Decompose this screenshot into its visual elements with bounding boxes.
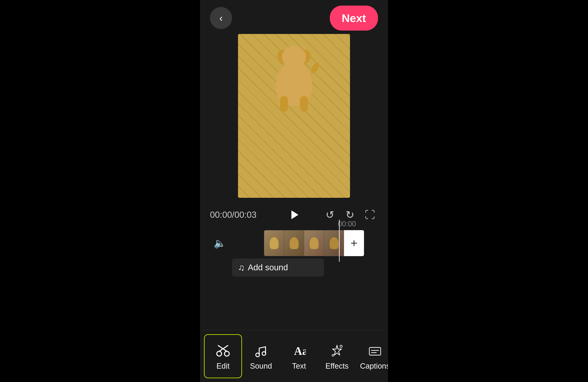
video-preview: [238, 34, 350, 198]
music-note-icon: ♫: [238, 263, 245, 272]
strip-frame-3: [304, 230, 324, 256]
captions-icon: [368, 342, 382, 360]
svg-text:Aa: Aa: [294, 345, 306, 357]
toolbar-item-captions[interactable]: Captions: [356, 334, 388, 378]
app-container: ‹ Next 00:00/00:03: [200, 0, 388, 382]
time-display: 00:00/00:03: [210, 210, 256, 220]
svg-point-0: [217, 351, 222, 356]
toolbar-item-sound[interactable]: Sound: [242, 334, 280, 378]
total-time: 00:03: [234, 210, 256, 220]
toolbar-item-text[interactable]: Aa Text: [280, 334, 318, 378]
video-scene: [238, 34, 350, 198]
svg-point-1: [224, 351, 229, 356]
back-arrow-icon: ‹: [219, 13, 223, 23]
toolbar-item-edit[interactable]: Edit: [204, 334, 242, 378]
timestamp-0: 00:00: [338, 220, 356, 228]
timeline-timestamps: 00:00 00:02 00:04: [200, 220, 388, 228]
dog-leg-front-right: [300, 96, 308, 112]
bottom-toolbar: Edit Sound Aa Text: [200, 330, 388, 382]
video-strip[interactable]: +: [264, 230, 364, 256]
music-icon: [254, 342, 268, 360]
scissors-icon: [216, 342, 230, 360]
time-sep: /: [232, 210, 234, 220]
svg-rect-9: [369, 347, 381, 355]
svg-point-7: [340, 345, 342, 347]
dog-leg-front-left: [280, 96, 288, 112]
dog-tail: [309, 61, 321, 75]
toolbar-item-effects[interactable]: Effects: [318, 334, 356, 378]
volume-icon-area: 🔈: [200, 237, 232, 249]
svg-line-2: [219, 346, 228, 351]
captions-label: Captions: [360, 362, 388, 370]
dog: [268, 46, 320, 126]
back-button[interactable]: ‹: [210, 7, 232, 29]
timeline-area: 00:00 00:02 00:04 🔈: [200, 220, 388, 280]
strip-frame-2: [284, 230, 304, 256]
video-track-row: 🔈: [200, 230, 388, 256]
add-sound-button[interactable]: ♫ Add sound: [232, 259, 324, 277]
volume-icon: 🔈: [214, 237, 226, 249]
sound-label: Sound: [250, 362, 272, 370]
text-icon: Aa: [292, 342, 306, 360]
effects-label: Effects: [325, 362, 348, 370]
playhead-line: [339, 220, 340, 262]
add-clip-plus-icon: +: [350, 237, 357, 249]
add-sound-label: Add sound: [248, 263, 288, 272]
effects-icon: [330, 342, 344, 360]
svg-line-3: [218, 346, 227, 351]
play-icon: [291, 210, 298, 219]
next-button[interactable]: Next: [330, 6, 378, 31]
text-label: Text: [292, 362, 306, 370]
header: ‹ Next: [200, 0, 388, 36]
add-sound-row: ♫ Add sound: [232, 259, 388, 277]
svg-point-8: [332, 354, 334, 356]
edit-label: Edit: [216, 362, 230, 370]
strip-frame-4: [324, 230, 344, 256]
current-time: 00:00: [210, 210, 232, 220]
strip-frame-1: [264, 230, 284, 256]
add-clip-button[interactable]: +: [344, 230, 364, 256]
